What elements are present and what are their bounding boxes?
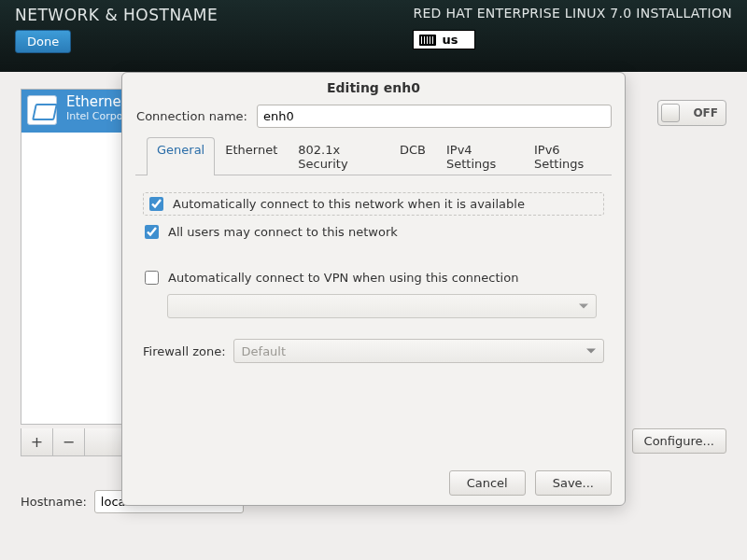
installer-topbar: NETWORK & HOSTNAME Done RED HAT ENTERPRI… xyxy=(0,0,747,72)
topbar-right: RED HAT ENTERPRISE LINUX 7.0 INSTALLATIO… xyxy=(413,6,732,49)
remove-interface-button[interactable]: − xyxy=(53,428,85,455)
auto-vpn-label: Automatically connect to VPN when using … xyxy=(168,271,518,285)
tab-general[interactable]: General xyxy=(147,137,215,175)
firewall-zone-row: Firewall zone: Default xyxy=(143,339,604,363)
done-button[interactable]: Done xyxy=(15,30,71,53)
toggle-handle xyxy=(661,104,680,122)
interface-enable-toggle[interactable]: OFF xyxy=(657,100,726,126)
tab-content-general: Automatically connect to this network wh… xyxy=(135,175,612,371)
dialog-body: Connection name: General Ethernet 802.1x… xyxy=(122,99,625,461)
dialog-tabbar: General Ethernet 802.1x Security DCB IPv… xyxy=(135,137,612,175)
tab-8021x-security[interactable]: 802.1x Security xyxy=(288,137,389,175)
auto-connect-label: Automatically connect to this network wh… xyxy=(173,197,525,211)
tab-dcb[interactable]: DCB xyxy=(389,137,436,175)
keyboard-layout-indicator[interactable]: us xyxy=(413,30,475,49)
tab-ethernet[interactable]: Ethernet xyxy=(215,137,288,175)
installer-subtitle: RED HAT ENTERPRISE LINUX 7.0 INSTALLATIO… xyxy=(413,6,732,21)
save-button[interactable]: Save... xyxy=(535,470,612,496)
vpn-select[interactable] xyxy=(167,294,597,318)
keyboard-layout-label: us xyxy=(442,33,458,47)
all-users-label: All users may connect to this network xyxy=(168,225,398,239)
auto-connect-checkbox[interactable] xyxy=(149,197,163,211)
connection-name-input[interactable] xyxy=(257,105,612,128)
connection-name-row: Connection name: xyxy=(135,105,612,128)
ethernet-icon xyxy=(27,95,57,125)
hostname-label: Hostname: xyxy=(21,495,87,509)
dialog-title: Editing enh0 xyxy=(122,73,625,99)
add-interface-button[interactable]: + xyxy=(21,428,53,455)
configure-button[interactable]: Configure... xyxy=(632,428,726,454)
auto-vpn-row: Automatically connect to VPN when using … xyxy=(143,267,604,288)
auto-connect-row: Automatically connect to this network wh… xyxy=(143,192,604,216)
network-hostname-page: Ethernet Intel Corporati… + − OFF Config… xyxy=(0,72,747,560)
firewall-zone-select[interactable]: Default xyxy=(233,339,604,363)
dialog-footer: Cancel Save... xyxy=(122,461,625,505)
edit-connection-dialog: Editing enh0 Connection name: General Et… xyxy=(121,72,626,506)
tab-ipv6-settings[interactable]: IPv6 Settings xyxy=(524,137,612,175)
firewall-zone-label: Firewall zone: xyxy=(143,344,226,358)
tab-ipv4-settings[interactable]: IPv4 Settings xyxy=(436,137,524,175)
all-users-checkbox[interactable] xyxy=(145,225,159,239)
connection-name-label: Connection name: xyxy=(135,109,247,123)
firewall-zone-value: Default xyxy=(242,344,287,358)
keyboard-icon xyxy=(419,35,436,46)
cancel-button[interactable]: Cancel xyxy=(449,470,526,496)
toggle-label: OFF xyxy=(693,106,718,119)
all-users-row: All users may connect to this network xyxy=(143,221,604,243)
auto-vpn-checkbox[interactable] xyxy=(145,271,159,285)
